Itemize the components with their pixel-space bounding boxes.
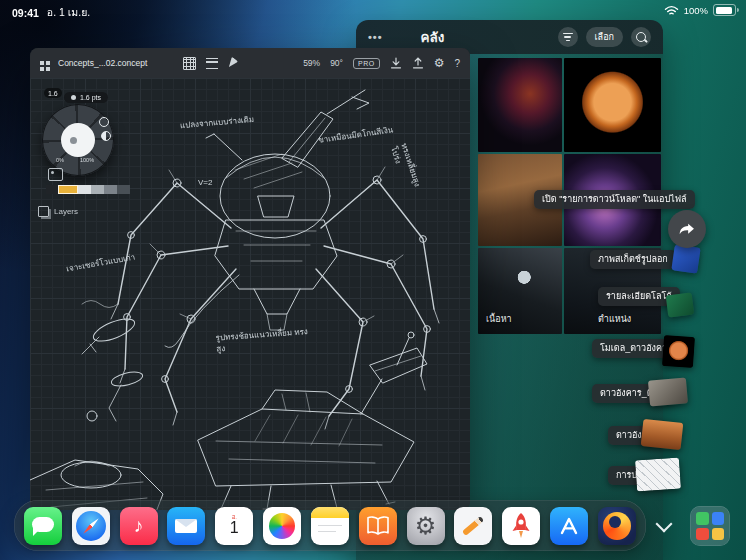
menu-icon[interactable] (206, 58, 218, 69)
image-import-icon[interactable] (48, 168, 63, 181)
rocket-icon (502, 507, 540, 545)
photo-caption-right: ตำแหน่ง (598, 312, 631, 326)
wifi-icon (664, 5, 679, 16)
color-wheel-icon[interactable] (99, 117, 109, 127)
photo-nebula-orion[interactable] (478, 58, 562, 152)
drag-thumb-mars[interactable] (662, 335, 695, 368)
settings-gear-icon[interactable]: ⚙ (434, 57, 445, 69)
battery-icon (713, 4, 736, 16)
search-button[interactable] (631, 27, 651, 47)
dock-browser-app[interactable] (598, 507, 636, 545)
grid-settings-icon[interactable] (183, 57, 196, 70)
date: อ. 1 เม.ย. (47, 4, 90, 21)
open-book-icon (359, 507, 397, 545)
export-share-icon[interactable] (412, 57, 424, 69)
battery-percent: 100% (684, 5, 708, 16)
brush-preview[interactable] (61, 123, 95, 157)
brush-size-label[interactable]: 1.6 pts (64, 92, 108, 103)
photo-nebula-purple[interactable] (564, 154, 661, 246)
dock-drawing-app[interactable] (454, 507, 492, 545)
calendar-day: 1 (215, 519, 253, 537)
pro-badge[interactable]: PRO (353, 58, 380, 69)
search-icon (636, 32, 646, 42)
concepts-titlebar: Concepts_...02.concept 59% 90° PRO ⚙ ? (30, 48, 470, 78)
photo-caption-left: เนื้อหา (486, 312, 512, 326)
dock-books-app[interactable] (359, 507, 397, 545)
help-button[interactable]: ? (454, 58, 460, 69)
ipad-screen: ••• คลัง เลือก เนื้อหา ตำแหน่ง Concepts_… (0, 0, 746, 560)
filter-button[interactable] (558, 27, 578, 47)
chevron-down-icon (656, 516, 673, 533)
dock-safari-app[interactable] (72, 507, 110, 545)
drag-thumb-green-card[interactable] (666, 292, 694, 317)
window-more-icon[interactable]: ••• (368, 31, 383, 43)
concepts-app-window: Concepts_...02.concept 59% 90° PRO ⚙ ? (30, 48, 470, 510)
appstore-a-icon (550, 507, 588, 545)
dock-folder[interactable] (690, 506, 730, 546)
flower-icon (269, 513, 295, 539)
dock-mail-app[interactable] (167, 507, 205, 545)
swatch-black[interactable] (46, 185, 58, 194)
dock-photos-app[interactable] (263, 507, 301, 545)
opacity-icon[interactable] (101, 131, 111, 141)
brush-size-tag: 1.6 (44, 88, 62, 98)
pencil-icon (462, 515, 484, 535)
photo-mars-planet[interactable] (564, 58, 661, 152)
filter-icon (563, 33, 573, 41)
pen-nib-icon[interactable] (226, 57, 238, 70)
clock: 09:41 (12, 7, 39, 19)
color-swatch-strip[interactable] (46, 185, 130, 194)
drag-thumb-blue-card[interactable] (671, 244, 700, 273)
dock-appstore-app[interactable] (550, 507, 588, 545)
status-bar: 09:41 อ. 1 เม.ย. 100% (0, 0, 746, 20)
select-button[interactable]: เลือก (586, 27, 623, 47)
photos-toolbar: เลือก (558, 27, 651, 47)
dock-rocket-app[interactable] (502, 507, 540, 545)
dock-notes-app[interactable] (311, 507, 349, 545)
share-forward-icon (676, 218, 698, 240)
share-button[interactable] (668, 210, 706, 248)
dock-calendar-app[interactable]: อ. 1 (215, 507, 253, 545)
document-title[interactable]: Concepts_...02.concept (58, 58, 147, 68)
swatch-dark-gray[interactable] (117, 185, 130, 194)
dock-settings-app[interactable] (407, 507, 445, 545)
opacity-max-label: 100% (80, 157, 94, 163)
zoom-level[interactable]: 59% (303, 58, 320, 68)
photo-desert-ridge[interactable] (478, 154, 562, 246)
swatch-mid-gray[interactable] (104, 185, 117, 194)
brush-tip-icon (71, 95, 76, 100)
rotation-value[interactable]: 90° (330, 58, 343, 68)
ink-annotation: V=2 (198, 178, 212, 189)
app-grid-icon[interactable] (40, 61, 44, 65)
swatch-gold-selected[interactable] (58, 185, 78, 194)
dock-music-app[interactable] (120, 507, 158, 545)
layers-icon (38, 206, 49, 217)
swatch-gray[interactable] (91, 185, 104, 194)
dock-collapse-chevron[interactable] (656, 517, 672, 533)
status-right: 100% (664, 4, 736, 16)
dock: อ. 1 (14, 500, 646, 551)
dock-messages-app[interactable] (24, 507, 62, 545)
tool-wheel[interactable]: 0% 100% (42, 104, 114, 176)
opacity-min-label: 0% (56, 157, 64, 163)
status-left: 09:41 อ. 1 เม.ย. (12, 4, 90, 21)
photos-title: คลัง (421, 26, 445, 48)
chat-bubble-icon (32, 517, 54, 532)
layers-button[interactable]: Layers (38, 206, 78, 217)
import-icon[interactable] (390, 57, 402, 69)
swatch-light-gray[interactable] (78, 185, 91, 194)
